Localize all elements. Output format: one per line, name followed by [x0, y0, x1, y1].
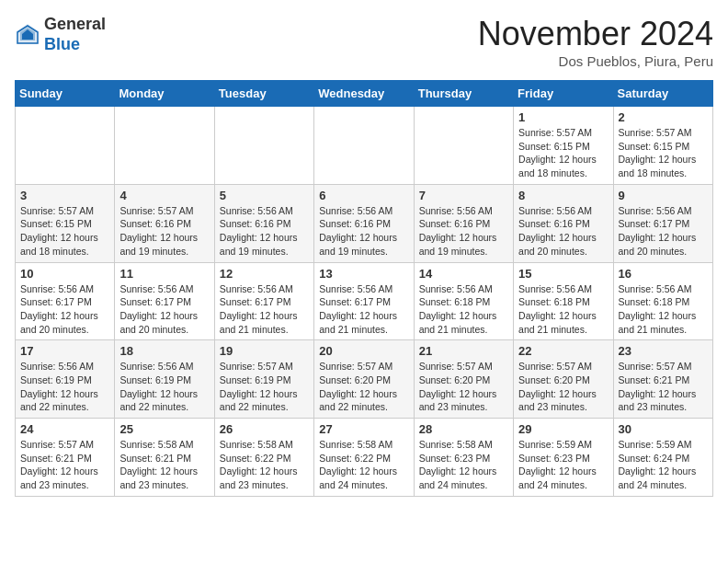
- day-header-thursday: Thursday: [414, 81, 513, 107]
- calendar-week-row: 3Sunrise: 5:57 AMSunset: 6:15 PMDaylight…: [16, 184, 713, 262]
- calendar-week-row: 10Sunrise: 5:56 AMSunset: 6:17 PMDayligh…: [16, 262, 713, 340]
- day-info: Sunrise: 5:57 AMSunset: 6:15 PMDaylight:…: [619, 126, 708, 180]
- day-number: 11: [119, 267, 209, 281]
- calendar-cell: 8Sunrise: 5:56 AMSunset: 6:16 PMDaylight…: [514, 184, 613, 262]
- day-header-monday: Monday: [115, 81, 214, 107]
- day-header-saturday: Saturday: [613, 81, 712, 107]
- day-number: 1: [518, 110, 608, 124]
- day-info: Sunrise: 5:57 AMSunset: 6:20 PMDaylight:…: [518, 360, 608, 414]
- page-header: General Blue November 2024 Dos Pueblos, …: [15, 15, 713, 69]
- day-number: 3: [20, 189, 109, 202]
- calendar-cell: 29Sunrise: 5:59 AMSunset: 6:23 PMDayligh…: [514, 419, 613, 497]
- day-info: Sunrise: 5:58 AMSunset: 6:23 PMDaylight:…: [419, 438, 508, 492]
- calendar-cell: 10Sunrise: 5:56 AMSunset: 6:17 PMDayligh…: [16, 262, 115, 340]
- day-number: 15: [518, 267, 608, 281]
- calendar-cell: 18Sunrise: 5:56 AMSunset: 6:19 PMDayligh…: [115, 340, 214, 419]
- day-info: Sunrise: 5:58 AMSunset: 6:21 PMDaylight:…: [119, 438, 209, 492]
- calendar-week-row: 24Sunrise: 5:57 AMSunset: 6:21 PMDayligh…: [16, 419, 713, 497]
- day-info: Sunrise: 5:57 AMSunset: 6:15 PMDaylight:…: [518, 126, 608, 180]
- day-info: Sunrise: 5:57 AMSunset: 6:21 PMDaylight:…: [20, 438, 109, 492]
- calendar-week-row: 17Sunrise: 5:56 AMSunset: 6:19 PMDayligh…: [16, 340, 713, 419]
- calendar-cell: 24Sunrise: 5:57 AMSunset: 6:21 PMDayligh…: [16, 419, 115, 497]
- day-number: 5: [220, 189, 309, 202]
- day-number: 22: [518, 344, 608, 358]
- day-info: Sunrise: 5:56 AMSunset: 6:18 PMDaylight:…: [419, 282, 508, 337]
- calendar-cell: 19Sunrise: 5:57 AMSunset: 6:19 PMDayligh…: [214, 340, 313, 419]
- logo: General Blue: [15, 15, 106, 54]
- day-info: Sunrise: 5:56 AMSunset: 6:17 PMDaylight:…: [220, 282, 309, 337]
- calendar-cell: 1Sunrise: 5:57 AMSunset: 6:15 PMDaylight…: [514, 107, 613, 185]
- calendar-cell: [314, 107, 414, 185]
- calendar-cell: 16Sunrise: 5:56 AMSunset: 6:18 PMDayligh…: [613, 262, 712, 340]
- calendar-cell: 25Sunrise: 5:58 AMSunset: 6:21 PMDayligh…: [115, 419, 214, 497]
- day-number: 13: [319, 267, 408, 281]
- day-info: Sunrise: 5:56 AMSunset: 6:19 PMDaylight:…: [20, 360, 109, 414]
- calendar-week-row: 1Sunrise: 5:57 AMSunset: 6:15 PMDaylight…: [16, 107, 713, 185]
- location: Dos Pueblos, Piura, Peru: [478, 53, 713, 69]
- calendar-table: SundayMondayTuesdayWednesdayThursdayFrid…: [15, 80, 713, 497]
- calendar-cell: 5Sunrise: 5:56 AMSunset: 6:16 PMDaylight…: [214, 184, 313, 262]
- logo-icon: [15, 22, 40, 48]
- day-number: 12: [220, 267, 309, 281]
- day-info: Sunrise: 5:56 AMSunset: 6:17 PMDaylight:…: [619, 204, 708, 259]
- day-number: 16: [619, 267, 708, 281]
- day-number: 24: [20, 422, 109, 436]
- day-info: Sunrise: 5:56 AMSunset: 6:17 PMDaylight:…: [20, 282, 109, 337]
- logo-blue: Blue: [44, 35, 80, 53]
- calendar-cell: 6Sunrise: 5:56 AMSunset: 6:16 PMDaylight…: [314, 184, 414, 262]
- calendar-cell: 2Sunrise: 5:57 AMSunset: 6:15 PMDaylight…: [613, 107, 712, 185]
- calendar-cell: 15Sunrise: 5:56 AMSunset: 6:18 PMDayligh…: [514, 262, 613, 340]
- day-number: 30: [619, 422, 708, 436]
- day-number: 8: [518, 189, 608, 202]
- day-number: 25: [119, 422, 209, 436]
- day-info: Sunrise: 5:56 AMSunset: 6:16 PMDaylight:…: [319, 204, 408, 259]
- day-number: 23: [619, 344, 708, 358]
- day-info: Sunrise: 5:56 AMSunset: 6:18 PMDaylight:…: [518, 282, 608, 337]
- calendar-cell: 7Sunrise: 5:56 AMSunset: 6:16 PMDaylight…: [414, 184, 513, 262]
- calendar-cell: 30Sunrise: 5:59 AMSunset: 6:24 PMDayligh…: [613, 419, 712, 497]
- day-info: Sunrise: 5:56 AMSunset: 6:16 PMDaylight:…: [419, 204, 508, 259]
- day-header-friday: Friday: [514, 81, 613, 107]
- calendar-cell: 21Sunrise: 5:57 AMSunset: 6:20 PMDayligh…: [414, 340, 513, 419]
- calendar-cell: 9Sunrise: 5:56 AMSunset: 6:17 PMDaylight…: [613, 184, 712, 262]
- calendar-cell: 3Sunrise: 5:57 AMSunset: 6:15 PMDaylight…: [16, 184, 115, 262]
- day-info: Sunrise: 5:58 AMSunset: 6:22 PMDaylight:…: [220, 438, 309, 492]
- day-info: Sunrise: 5:57 AMSunset: 6:15 PMDaylight:…: [20, 204, 109, 259]
- day-number: 29: [518, 422, 608, 436]
- day-info: Sunrise: 5:56 AMSunset: 6:18 PMDaylight:…: [619, 282, 708, 337]
- day-number: 6: [319, 189, 408, 202]
- calendar-cell: 13Sunrise: 5:56 AMSunset: 6:17 PMDayligh…: [314, 262, 414, 340]
- day-info: Sunrise: 5:56 AMSunset: 6:17 PMDaylight:…: [119, 282, 209, 337]
- day-info: Sunrise: 5:57 AMSunset: 6:21 PMDaylight:…: [619, 360, 708, 414]
- calendar-cell: 27Sunrise: 5:58 AMSunset: 6:22 PMDayligh…: [314, 419, 414, 497]
- calendar-header-row: SundayMondayTuesdayWednesdayThursdayFrid…: [16, 81, 713, 107]
- calendar-cell: 14Sunrise: 5:56 AMSunset: 6:18 PMDayligh…: [414, 262, 513, 340]
- day-info: Sunrise: 5:56 AMSunset: 6:16 PMDaylight:…: [518, 204, 608, 259]
- calendar-cell: 28Sunrise: 5:58 AMSunset: 6:23 PMDayligh…: [414, 419, 513, 497]
- calendar-cell: 20Sunrise: 5:57 AMSunset: 6:20 PMDayligh…: [314, 340, 414, 419]
- day-number: 19: [220, 344, 309, 358]
- month-title: November 2024: [478, 15, 713, 53]
- day-number: 9: [619, 189, 708, 202]
- calendar-cell: 11Sunrise: 5:56 AMSunset: 6:17 PMDayligh…: [115, 262, 214, 340]
- day-number: 21: [419, 344, 508, 358]
- logo-text: General Blue: [44, 15, 106, 54]
- calendar-cell: [414, 107, 513, 185]
- day-info: Sunrise: 5:57 AMSunset: 6:16 PMDaylight:…: [119, 204, 209, 259]
- day-number: 10: [20, 267, 109, 281]
- day-info: Sunrise: 5:56 AMSunset: 6:19 PMDaylight:…: [119, 360, 209, 414]
- day-info: Sunrise: 5:56 AMSunset: 6:16 PMDaylight:…: [220, 204, 309, 259]
- day-info: Sunrise: 5:57 AMSunset: 6:19 PMDaylight:…: [220, 360, 309, 414]
- calendar-cell: [115, 107, 214, 185]
- day-info: Sunrise: 5:57 AMSunset: 6:20 PMDaylight:…: [319, 360, 408, 414]
- calendar-cell: [16, 107, 115, 185]
- day-number: 27: [319, 422, 408, 436]
- day-header-wednesday: Wednesday: [314, 81, 414, 107]
- calendar-cell: 26Sunrise: 5:58 AMSunset: 6:22 PMDayligh…: [214, 419, 313, 497]
- day-header-sunday: Sunday: [16, 81, 115, 107]
- calendar-cell: 23Sunrise: 5:57 AMSunset: 6:21 PMDayligh…: [613, 340, 712, 419]
- calendar-cell: 22Sunrise: 5:57 AMSunset: 6:20 PMDayligh…: [514, 340, 613, 419]
- calendar-cell: 12Sunrise: 5:56 AMSunset: 6:17 PMDayligh…: [214, 262, 313, 340]
- day-number: 17: [20, 344, 109, 358]
- day-number: 26: [220, 422, 309, 436]
